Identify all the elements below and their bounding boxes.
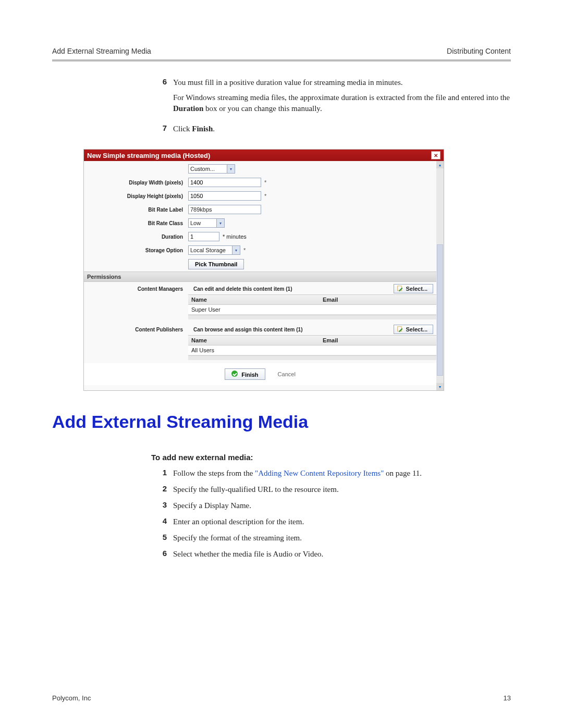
page-header: Add External Streaming Media Distributin… (52, 47, 511, 55)
scroll-thumb[interactable] (437, 244, 443, 376)
lower-steps: 1Follow the steps from the "Adding New C… (151, 468, 511, 560)
scroll-up-icon[interactable]: ▴ (436, 161, 444, 168)
asterisk-icon: * (243, 247, 246, 253)
header-left: Add External Streaming Media (52, 47, 151, 55)
step-text: Click Finish. (173, 124, 215, 134)
chevron-down-icon: ▾ (232, 246, 240, 254)
table-row: All Users (188, 346, 436, 355)
chevron-down-icon: ▾ (216, 219, 224, 227)
page-number: 13 (504, 694, 511, 702)
scrollbar[interactable]: ▴ ▾ (436, 161, 444, 390)
bitrate-label-label: Bit Rate Label (84, 207, 188, 213)
bitrate-class-value: Low (190, 220, 201, 226)
header-right: Distributing Content (447, 47, 511, 55)
bitrate-label-value: 789kbps (188, 205, 261, 214)
edit-icon (397, 286, 403, 292)
duration-unit: * minutes (223, 233, 247, 240)
edit-icon (397, 326, 403, 332)
finish-button[interactable]: Finish (225, 368, 265, 380)
step-body: Specify a Display Name. (167, 500, 251, 511)
section-title: Add External Streaming Media (52, 412, 511, 432)
step-number: 3 (151, 500, 167, 511)
col-name-header: Name (188, 336, 320, 345)
content-managers-label: Content Managers (84, 286, 188, 292)
pick-thumbnail-button[interactable]: Pick Thumbnail (188, 259, 244, 269)
dialog-titlebar: New Simple streaming media (Hosted) ✕ (84, 150, 444, 161)
step-body: Select whether the media file is Audio o… (167, 549, 323, 560)
page-footer: Polycom, Inc 13 (52, 694, 511, 702)
video-size-value: Custom... (190, 166, 215, 172)
step-body: Follow the steps from the "Adding New Co… (167, 468, 422, 479)
duration-label: Duration (84, 234, 188, 240)
cross-ref-link[interactable]: "Adding New Content Repository Items" (255, 469, 384, 477)
step-body: Specify the fully-qualified URL to the r… (167, 484, 339, 495)
cancel-link[interactable]: Cancel (278, 371, 296, 377)
row-name: All Users (188, 346, 320, 355)
publishers-select-button[interactable]: Select... (394, 325, 433, 334)
select-label: Select... (406, 326, 427, 332)
chevron-down-icon: ▾ (227, 165, 235, 173)
managers-table: Name Email Super User (188, 294, 436, 315)
permissions-header: Permissions (84, 272, 436, 282)
bitrate-class-label: Bit Rate Class (84, 220, 188, 226)
height-label: Display Height (pixels) (84, 193, 188, 199)
step-number: 5 (151, 533, 167, 544)
duration-input[interactable] (188, 232, 219, 241)
col-email-header: Email (320, 295, 436, 304)
footer-left: Polycom, Inc (52, 694, 91, 702)
close-icon[interactable]: ✕ (431, 151, 440, 159)
bitrate-class-dropdown[interactable]: Low ▾ (188, 218, 225, 228)
video-size-dropdown[interactable]: Custom... ▾ (188, 164, 235, 174)
check-circle-icon (231, 371, 238, 377)
storage-label: Storage Option (84, 248, 188, 253)
col-email-header: Email (320, 336, 436, 345)
step-number: 7 (151, 124, 167, 139)
step-text: You must fill in a positive duration val… (173, 77, 511, 88)
scroll-down-icon[interactable]: ▾ (436, 383, 444, 390)
step-text: For Windows streaming media files, the a… (173, 92, 511, 114)
step-number: 2 (151, 484, 167, 495)
sub-heading: To add new external media: (151, 453, 511, 462)
publishers-desc: Can browse and assign this content item … (193, 327, 394, 332)
row-email (320, 305, 436, 314)
col-name-header: Name (188, 295, 320, 304)
asterisk-icon: * (264, 179, 266, 186)
asterisk-icon: * (264, 193, 266, 199)
step-body: Specify the format of the streaming item… (167, 533, 302, 544)
step-number: 4 (151, 516, 167, 527)
step-number: 1 (151, 468, 167, 479)
step-body: Click Finish. (167, 124, 215, 139)
spacer (188, 315, 436, 319)
finish-label: Finish (241, 372, 258, 378)
step-body: Enter an optional description for the it… (167, 516, 304, 527)
publishers-table: Name Email All Users (188, 335, 436, 355)
upper-steps: 6You must fill in a positive duration va… (52, 77, 511, 139)
managers-desc: Can edit and delete this content item (1… (193, 286, 394, 292)
step-number: 6 (151, 77, 167, 118)
storage-dropdown[interactable]: Local Storage ▾ (188, 245, 240, 255)
row-email (320, 346, 436, 355)
dialog-title: New Simple streaming media (Hosted) (87, 152, 210, 159)
managers-select-button[interactable]: Select... (394, 284, 433, 293)
storage-value: Local Storage (190, 247, 226, 253)
step-body: You must fill in a positive duration val… (167, 77, 511, 118)
table-row: Super User (188, 305, 436, 315)
row-name: Super User (188, 305, 320, 314)
height-input[interactable] (188, 191, 261, 201)
step-number: 6 (151, 549, 167, 560)
width-label: Display Width (pixels) (84, 180, 188, 186)
width-input[interactable] (188, 178, 261, 187)
dialog-window: New Simple streaming media (Hosted) ✕ ▴ … (83, 149, 444, 391)
select-label: Select... (406, 286, 427, 292)
spacer (188, 355, 436, 360)
header-rule (52, 59, 511, 61)
content-publishers-label: Content Publishers (84, 327, 188, 332)
